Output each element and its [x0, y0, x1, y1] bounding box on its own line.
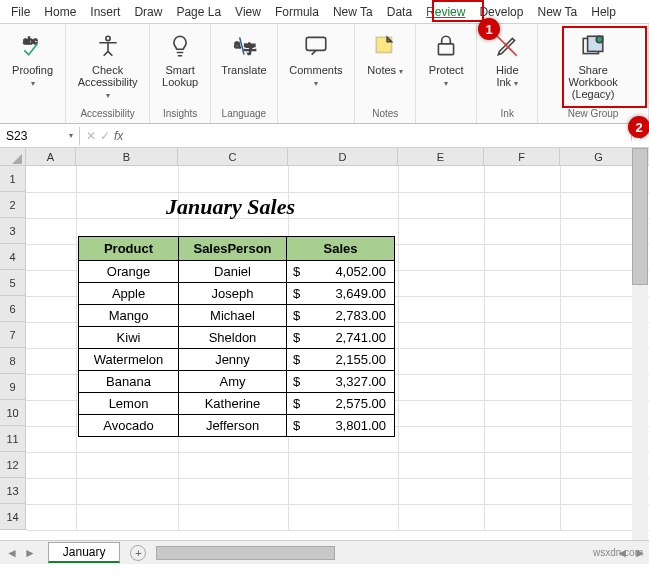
cell-person[interactable]: Amy	[179, 371, 287, 393]
horizontal-scrollbar[interactable]	[156, 546, 603, 560]
menu-pagela[interactable]: Page La	[169, 2, 228, 22]
row-header-6[interactable]: 6	[0, 296, 26, 322]
cell-sales[interactable]: $3,801.00	[287, 415, 395, 437]
menu-help[interactable]: Help	[584, 2, 623, 22]
cell-person[interactable]: Daniel	[179, 261, 287, 283]
lock-icon	[430, 30, 462, 62]
row-header-1[interactable]: 1	[0, 166, 26, 192]
menu-home[interactable]: Home	[37, 2, 83, 22]
cell-person[interactable]: Katherine	[179, 393, 287, 415]
menu-data[interactable]: Data	[380, 2, 419, 22]
cell-sales[interactable]: $3,327.00	[287, 371, 395, 393]
ribbon-group-language: a字TranslateLanguage	[211, 24, 277, 123]
ribbon-check-accessibility-button[interactable]: CheckAccessibility ▾	[72, 28, 143, 103]
row-header-8[interactable]: 8	[0, 348, 26, 374]
col-header-B[interactable]: B	[76, 148, 178, 165]
ribbon-group-label: Notes	[372, 106, 398, 121]
menu-review[interactable]: Review	[419, 2, 472, 22]
row-header-3[interactable]: 3	[0, 218, 26, 244]
cancel-icon[interactable]: ✕	[86, 129, 96, 143]
col-header-F[interactable]: F	[484, 148, 560, 165]
cell-sales[interactable]: $4,052.00	[287, 261, 395, 283]
menu-formula[interactable]: Formula	[268, 2, 326, 22]
col-header-A[interactable]: A	[26, 148, 76, 165]
cell-person[interactable]: Sheldon	[179, 327, 287, 349]
cell-product[interactable]: Kiwi	[79, 327, 179, 349]
cell-sales[interactable]: $2,741.00	[287, 327, 395, 349]
chevron-down-icon[interactable]: ▾	[69, 131, 73, 140]
col-header-E[interactable]: E	[398, 148, 484, 165]
vertical-scrollbar[interactable]	[632, 148, 648, 540]
cells-area[interactable]: January Sales ProductSalesPersonSalesOra…	[26, 166, 649, 530]
name-box-value: S23	[6, 129, 27, 143]
horizontal-scroll-thumb[interactable]	[156, 546, 335, 560]
row-header-7[interactable]: 7	[0, 322, 26, 348]
ribbon-translate-button[interactable]: a字Translate	[217, 28, 270, 78]
ribbon-share-workbook-legacy--button[interactable]: ShareWorkbook (Legacy)	[544, 28, 642, 102]
ribbon-notes-button[interactable]: Notes ▾	[361, 28, 409, 79]
row-header-12[interactable]: 12	[0, 452, 26, 478]
fx-icon[interactable]: fx	[114, 129, 123, 143]
cell-person[interactable]: Jefferson	[179, 415, 287, 437]
translate-icon: a字	[228, 30, 260, 62]
cell-person[interactable]: Michael	[179, 305, 287, 327]
cell-product[interactable]: Banana	[79, 371, 179, 393]
row-header-14[interactable]: 14	[0, 504, 26, 530]
cell-product[interactable]: Watermelon	[79, 349, 179, 371]
cell-product[interactable]: Orange	[79, 261, 179, 283]
tab-nav[interactable]: ◄ ►	[0, 546, 42, 560]
abc-check-icon: abc	[17, 30, 49, 62]
sheet-tab-january[interactable]: January	[48, 542, 121, 563]
tab-next-icon[interactable]: ►	[24, 546, 36, 560]
ribbon-protect-button[interactable]: Protect ▾	[422, 28, 470, 91]
table-row: OrangeDaniel$4,052.00	[79, 261, 395, 283]
cell-person[interactable]: Jenny	[179, 349, 287, 371]
col-header-G[interactable]: G	[560, 148, 638, 165]
row-header-5[interactable]: 5	[0, 270, 26, 296]
menu-newta[interactable]: New Ta	[326, 2, 380, 22]
ribbon-smart-lookup-button[interactable]: SmartLookup	[156, 28, 204, 90]
ribbon-group-label: Ink	[501, 106, 514, 121]
menu-develop[interactable]: Develop	[472, 2, 530, 22]
ribbon-comments-button[interactable]: Comments ▾	[284, 28, 349, 91]
ribbon-group-label: Accessibility	[80, 106, 134, 121]
row-header-13[interactable]: 13	[0, 478, 26, 504]
ribbon-group-insights: SmartLookupInsights	[150, 24, 211, 123]
ribbon-group-proofing: abcProofing ▾	[0, 24, 66, 123]
menu-view[interactable]: View	[228, 2, 268, 22]
row-header-9[interactable]: 9	[0, 374, 26, 400]
menu-newta[interactable]: New Ta	[530, 2, 584, 22]
ribbon-group-label: Insights	[163, 106, 197, 121]
ribbon-proofing-button[interactable]: abcProofing ▾	[6, 28, 59, 91]
cell-product[interactable]: Avocado	[79, 415, 179, 437]
cell-product[interactable]: Lemon	[79, 393, 179, 415]
name-box[interactable]: S23 ▾	[0, 127, 80, 145]
ribbon-group-label: New Group	[568, 106, 619, 121]
svg-point-9	[596, 36, 603, 43]
formula-input[interactable]	[129, 127, 631, 145]
tab-prev-icon[interactable]: ◄	[6, 546, 18, 560]
cell-product[interactable]: Apple	[79, 283, 179, 305]
menu-draw[interactable]: Draw	[127, 2, 169, 22]
add-sheet-button[interactable]: +	[130, 545, 146, 561]
select-all-corner[interactable]	[0, 148, 26, 165]
svg-rect-4	[306, 37, 326, 50]
row-header-4[interactable]: 4	[0, 244, 26, 270]
cell-sales[interactable]: $2,575.00	[287, 393, 395, 415]
vertical-scroll-thumb[interactable]	[632, 148, 648, 285]
row-header-2[interactable]: 2	[0, 192, 26, 218]
lightbulb-icon	[164, 30, 196, 62]
cell-person[interactable]: Joseph	[179, 283, 287, 305]
menu-insert[interactable]: Insert	[83, 2, 127, 22]
col-header-D[interactable]: D	[288, 148, 398, 165]
cell-sales[interactable]: $2,155.00	[287, 349, 395, 371]
cell-product[interactable]: Mango	[79, 305, 179, 327]
col-header-C[interactable]: C	[178, 148, 288, 165]
menu-file[interactable]: File	[4, 2, 37, 22]
cell-sales[interactable]: $3,649.00	[287, 283, 395, 305]
ribbon-button-label: HideInk ▾	[496, 64, 519, 89]
row-header-10[interactable]: 10	[0, 400, 26, 426]
accept-icon[interactable]: ✓	[100, 129, 110, 143]
row-header-11[interactable]: 11	[0, 426, 26, 452]
cell-sales[interactable]: $2,783.00	[287, 305, 395, 327]
